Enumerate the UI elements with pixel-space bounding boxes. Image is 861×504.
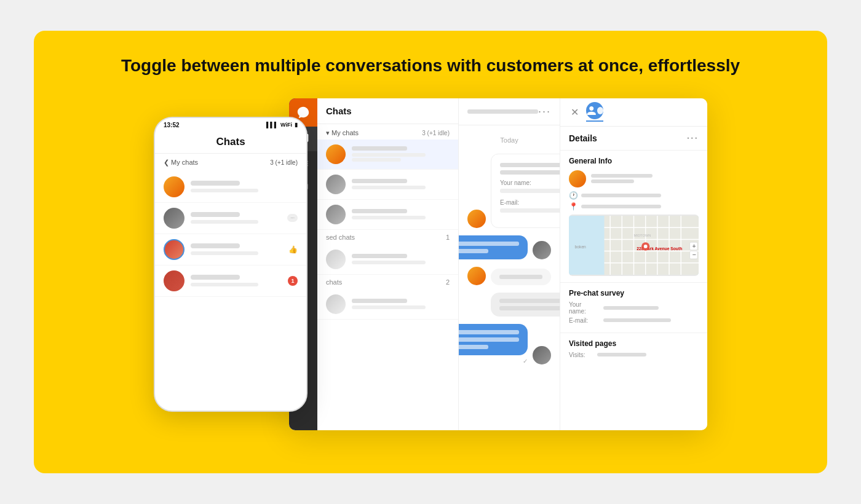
person-tab-underline: [586, 120, 603, 122]
avatar: [467, 267, 486, 285]
svg-text:boken: boken: [575, 244, 587, 248]
message-bubble: [491, 293, 560, 317]
map-widget: boken MIDTOWN 228 Park Avenue South: [569, 215, 699, 276]
list-item[interactable]: 1: [155, 266, 306, 297]
badge-area: 👍: [288, 245, 298, 254]
msg-placeholder: [352, 153, 426, 157]
list-item[interactable]: 👍: [155, 234, 306, 266]
avatar: [326, 205, 346, 224]
msg-placeholder: [352, 261, 426, 264]
message-with-tick: ✓: [459, 324, 528, 364]
your-name-label: Your name:: [500, 179, 560, 186]
details-body: General Info 🕐: [560, 151, 707, 430]
my-chats-label: ▾ My chats: [326, 129, 359, 137]
avatar: [467, 210, 486, 228]
clock-icon: 🕐: [569, 191, 577, 200]
other-chats-header: chats 2: [317, 275, 458, 289]
person-icon[interactable]: [586, 102, 603, 119]
name-placeholder: [352, 254, 407, 258]
close-button[interactable]: ✕: [569, 106, 580, 117]
list-item[interactable]: [155, 171, 306, 203]
svg-text:MIDTOWN: MIDTOWN: [634, 233, 651, 237]
general-info-section: General Info 🕐: [560, 151, 707, 283]
phone-mockup: 13:52 ▌▌▌ WiFi ▮ Chats ❮ My chats 3 (+1 …: [154, 117, 308, 412]
details-title: Details: [569, 133, 597, 143]
name-placeholder: [352, 179, 407, 183]
phone-status-bar: 13:52 ▌▌▌ WiFi ▮: [155, 118, 306, 131]
chat-preview-placeholder: [191, 220, 258, 224]
msg-placeholder: [352, 186, 426, 189]
chevron-icon: ▾: [326, 129, 331, 136]
time-info-row: 🕐: [569, 191, 699, 200]
msg-placeholder: [352, 305, 426, 309]
unread-count-badge: 1: [288, 276, 298, 286]
chat-messages: Today Your name: E-mail: [459, 125, 560, 430]
bubble-content: [500, 163, 560, 175]
bubble-content: [459, 330, 519, 349]
bubble-content: [499, 299, 560, 310]
bubble-content: [499, 275, 542, 279]
text-line: [499, 299, 560, 303]
chat-header: ···: [459, 98, 560, 125]
phone-section-chevron: ❮ My chats: [164, 159, 198, 167]
text-line: [500, 170, 560, 175]
time-value-line: [581, 194, 661, 197]
typing-dots-badge: ···: [287, 214, 298, 222]
avatar: [164, 208, 184, 229]
list-item[interactable]: [317, 170, 458, 200]
text-line: [459, 345, 488, 349]
avatar: [326, 175, 346, 194]
phone-section-label: ❮ My chats 3 (+1 idle): [155, 154, 306, 171]
svg-rect-1: [605, 216, 699, 275]
name-placeholder: [352, 146, 407, 151]
desktop-mockup: Chats ▾ My chats 3 (+1 idle): [289, 98, 707, 430]
badge-area: ···: [287, 214, 298, 222]
chat-info: [352, 146, 450, 162]
promo-card: Toggle between multiple conversations wi…: [34, 31, 827, 473]
pre-chat-section: Pre-chat survey Your name: E-mail:: [560, 283, 707, 333]
location-value-line: [581, 205, 661, 208]
chat-name-placeholder: [191, 212, 240, 217]
list-item[interactable]: [317, 289, 458, 320]
form-fields: Your name: E-mail:: [500, 179, 560, 213]
chat-preview-placeholder: [191, 189, 258, 192]
list-item[interactable]: [317, 140, 458, 170]
chat-name-placeholder: [191, 275, 240, 280]
chat-info: [352, 254, 450, 264]
visited-pages-title: Visited pages: [569, 339, 699, 348]
visited-pages-section: Visited pages Visits:: [560, 333, 707, 364]
email-label: E-mail:: [500, 199, 560, 206]
general-info-title: General Info: [569, 157, 699, 165]
chat-name-placeholder: [191, 243, 240, 248]
svg-point-17: [644, 245, 648, 248]
your-name-label: Your name:: [569, 301, 600, 315]
name-placeholder: [352, 299, 407, 303]
phone-chat-list: ··· 👍: [155, 171, 306, 411]
message-bubble: [459, 235, 528, 259]
thumbs-up-badge: 👍: [288, 245, 298, 254]
list-item[interactable]: [317, 245, 458, 275]
text-line: [499, 306, 560, 310]
phone-chats-title: Chats: [155, 131, 306, 154]
pre-chat-title: Pre-chat survey: [569, 289, 699, 297]
avatar: [164, 270, 184, 291]
phone-frame: 13:52 ▌▌▌ WiFi ▮ Chats ❮ My chats 3 (+1 …: [154, 117, 308, 412]
text-line: [459, 330, 519, 334]
details-panel: ✕ Details ···: [560, 98, 707, 430]
details-menu-dots[interactable]: ···: [687, 133, 699, 144]
chat-info: [191, 243, 282, 255]
person-svg-icon: [586, 104, 597, 117]
list-item[interactable]: ···: [155, 203, 306, 234]
email-value: [603, 318, 671, 322]
text-line: [459, 242, 519, 246]
phone-time: 13:52: [164, 122, 180, 128]
chat-preview-placeholder: [191, 251, 258, 255]
demo-area: 13:52 ▌▌▌ WiFi ▮ Chats ❮ My chats 3 (+1 …: [52, 98, 809, 430]
your-name-field: [500, 189, 560, 193]
avatar: [533, 241, 551, 259]
chat-info: [352, 299, 450, 309]
list-item[interactable]: [317, 200, 458, 230]
chat-header-menu-dots[interactable]: ···: [538, 105, 551, 118]
details-header: Details ···: [560, 127, 707, 151]
text-line: [499, 275, 542, 279]
